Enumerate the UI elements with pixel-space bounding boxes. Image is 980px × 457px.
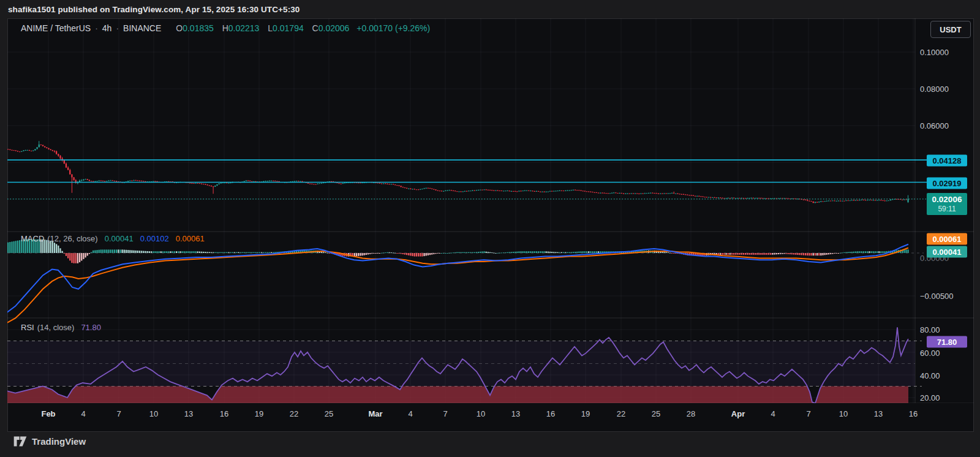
chart-legend: ANIME / TetherUS · 4h · BINANCE O0.01835… xyxy=(21,23,430,33)
current-price-value: 0.02006 xyxy=(927,195,967,205)
rsi-axis-label: 60.00 xyxy=(920,349,940,358)
time-axis-label: 4 xyxy=(771,409,775,418)
publish-info-bar: shafika1501 published on TradingView.com… xyxy=(0,0,980,18)
rsi-value-label: 71.80 xyxy=(927,336,967,348)
macd-legend: MACD (12, 26, close) 0.00041 0.00102 0.0… xyxy=(21,234,205,243)
open-prefix: O xyxy=(176,23,183,33)
macd-value-label: 0.00061 xyxy=(927,233,967,245)
time-axis-label: 16 xyxy=(909,409,918,418)
rsi-axis-label: 40.00 xyxy=(920,371,940,380)
macd-value-label: 0.00041 xyxy=(927,246,967,258)
price-axis-label: 0.08000 xyxy=(920,85,949,94)
time-axis-label: 19 xyxy=(255,409,263,418)
high-value: 0.02213 xyxy=(228,23,260,33)
macd-signal-value: 0.00061 xyxy=(176,234,205,243)
time-axis-label: 25 xyxy=(325,409,333,418)
time-axis-label: 4 xyxy=(81,409,85,418)
separator-dot: · xyxy=(116,23,119,33)
open-value: 0.01835 xyxy=(183,23,214,33)
time-axis-label: 16 xyxy=(546,409,555,418)
tradingview-logo-icon xyxy=(13,436,27,447)
macd-title: MACD xyxy=(21,234,44,243)
tradingview-brand-text: TradingView xyxy=(32,436,86,447)
rsi-value: 71.80 xyxy=(81,323,101,332)
time-axis-label: Apr xyxy=(731,409,745,418)
time-axis-label: 16 xyxy=(220,409,228,418)
time-axis-label: 10 xyxy=(839,409,848,418)
time-axis-label: 28 xyxy=(687,409,695,418)
macd-hist-value: 0.00041 xyxy=(105,234,134,243)
time-axis-label: 13 xyxy=(511,409,520,418)
close-prefix: C xyxy=(312,23,318,33)
macd-axis-label: −0.00500 xyxy=(920,292,954,301)
current-price-label: 0.0200659:11 xyxy=(927,193,967,215)
publish-info-text: shafika1501 published on TradingView.com… xyxy=(8,5,300,14)
low-prefix: L xyxy=(268,23,273,33)
low-value: 0.01794 xyxy=(273,23,304,33)
time-axis-label: 22 xyxy=(617,409,625,418)
bar-countdown: 59:11 xyxy=(927,205,967,213)
rsi-params: (14, close) xyxy=(37,323,75,332)
attribution: TradingView xyxy=(13,436,86,447)
time-axis-label: 19 xyxy=(581,409,590,418)
time-axis-label: 13 xyxy=(184,409,193,418)
rsi-axis-label: 80.00 xyxy=(920,325,940,334)
macd-params: (12, 26, close) xyxy=(47,234,97,243)
symbol-title: ANIME / TetherUS xyxy=(21,23,91,33)
time-axis-label: 7 xyxy=(443,409,447,418)
time-axis-label: 4 xyxy=(408,409,412,418)
price-axis-label: 0.06000 xyxy=(920,121,949,130)
time-axis-label: 10 xyxy=(477,409,485,418)
time-axis-label: 7 xyxy=(116,409,121,418)
chart-canvas[interactable] xyxy=(7,18,974,403)
tradingview-published-chart: shafika1501 published on TradingView.com… xyxy=(0,0,980,457)
currency-toggle-button[interactable]: USDT xyxy=(930,21,971,38)
change-value: +0.00170 (+9.26%) xyxy=(356,23,430,33)
rsi-legend: RSI (14, close) 71.80 xyxy=(21,323,101,332)
high-prefix: H xyxy=(222,23,228,33)
time-axis-label: 25 xyxy=(652,409,660,418)
price-level-label: 0.04128 xyxy=(927,155,967,167)
time-axis-label: 13 xyxy=(874,409,883,418)
separator-dot: · xyxy=(95,23,98,33)
exchange-label: BINANCE xyxy=(123,23,161,33)
price-level-label: 0.02919 xyxy=(927,178,967,189)
rsi-title: RSI xyxy=(21,323,34,332)
close-value: 0.02006 xyxy=(318,23,350,33)
time-axis-label: 7 xyxy=(806,409,810,418)
interval-label: 4h xyxy=(102,23,112,33)
time-axis-label: Feb xyxy=(41,409,55,418)
time-axis-label: Mar xyxy=(368,409,382,418)
time-axis-label: 22 xyxy=(290,409,298,418)
ohlc-values: O0.01835 H0.02213 L0.01794 C0.02006 xyxy=(170,23,349,33)
price-axis-label: 0.10000 xyxy=(920,48,949,57)
time-axis-label: 10 xyxy=(149,409,158,418)
macd-line-value: 0.00102 xyxy=(140,234,169,243)
rsi-axis-label: 20.00 xyxy=(920,393,940,402)
